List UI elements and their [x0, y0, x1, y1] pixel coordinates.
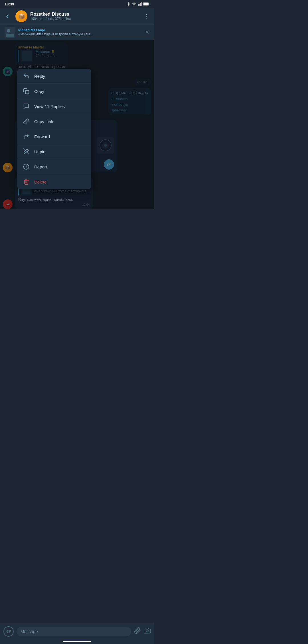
menu-item-view-replies[interactable]: View 11 Replies [17, 99, 91, 114]
svg-point-8 [146, 14, 147, 15]
svg-rect-3 [140, 3, 141, 6]
copy-icon [23, 88, 30, 95]
status-time: 13:39 [5, 2, 14, 6]
chat-area: 🌌 Universe Master Максиск 💡 70 гб в утаб… [0, 40, 154, 209]
menu-label-report: Report [34, 164, 47, 169]
svg-rect-4 [141, 2, 141, 6]
chat-info[interactable]: Rozetked Discuss 1904 members, 375 onlin… [30, 12, 139, 21]
svg-rect-1 [138, 4, 139, 6]
pinned-text-block: Pinned Message Американский студент встр… [18, 28, 142, 36]
forward-icon [23, 133, 30, 140]
svg-point-0 [134, 5, 134, 5]
status-bar: 13:39 [0, 0, 154, 8]
trash-icon [23, 178, 30, 185]
more-button[interactable] [141, 11, 152, 21]
menu-item-reply[interactable]: Reply [17, 69, 91, 84]
chat-header: 📦 Rozetked Discuss 1904 members, 375 onl… [0, 8, 154, 25]
status-icons [127, 2, 149, 6]
chat-title: Rozetked Discuss [30, 12, 139, 17]
svg-rect-6 [149, 3, 149, 5]
signal-icon [137, 2, 142, 6]
menu-label-copy-link: Copy Link [34, 119, 53, 124]
wifi-icon [132, 2, 136, 6]
menu-item-copy-link[interactable]: Copy Link [17, 114, 91, 129]
svg-rect-13 [6, 34, 14, 37]
pinned-excerpt: Американский студент встроил в старую ка… [18, 32, 104, 36]
avatar-emoji: 📦 [18, 13, 25, 20]
menu-item-forward[interactable]: Forward [17, 129, 91, 144]
svg-point-10 [146, 18, 147, 19]
context-menu: Reply Copy View 11 Replies Copy Link [17, 69, 91, 189]
pinned-banner[interactable]: Pinned Message Американский студент встр… [0, 25, 154, 40]
menu-item-copy[interactable]: Copy [17, 84, 91, 99]
menu-item-delete[interactable]: Delete [17, 174, 91, 189]
svg-point-12 [7, 29, 10, 32]
svg-rect-24 [25, 90, 29, 94]
chat-avatar: 📦 [15, 10, 27, 22]
pinned-label: Pinned Message [18, 28, 142, 32]
chat-subtitle: 1904 members, 375 online [30, 17, 139, 21]
menu-item-unpin[interactable]: Unpin [17, 144, 91, 159]
view-replies-icon [23, 103, 30, 110]
bluetooth-icon [127, 2, 131, 6]
menu-label-forward: Forward [34, 134, 50, 139]
svg-rect-7 [143, 3, 148, 5]
unpin-icon [23, 148, 30, 155]
reply-icon [23, 73, 30, 80]
back-button[interactable] [2, 11, 13, 21]
battery-icon [143, 2, 149, 6]
pinned-thumb [5, 27, 15, 38]
report-icon [23, 163, 30, 170]
menu-item-report[interactable]: Report [17, 159, 91, 174]
menu-label-view-replies: View 11 Replies [34, 104, 65, 109]
svg-point-9 [146, 16, 147, 17]
menu-label-unpin: Unpin [34, 149, 45, 154]
pinned-close-button[interactable]: ✕ [145, 29, 149, 35]
svg-line-26 [24, 153, 25, 154]
menu-label-copy: Copy [34, 89, 44, 94]
menu-label-delete: Delete [34, 180, 46, 184]
link-icon [23, 118, 30, 125]
svg-rect-2 [139, 4, 139, 6]
menu-label-reply: Reply [34, 74, 45, 79]
